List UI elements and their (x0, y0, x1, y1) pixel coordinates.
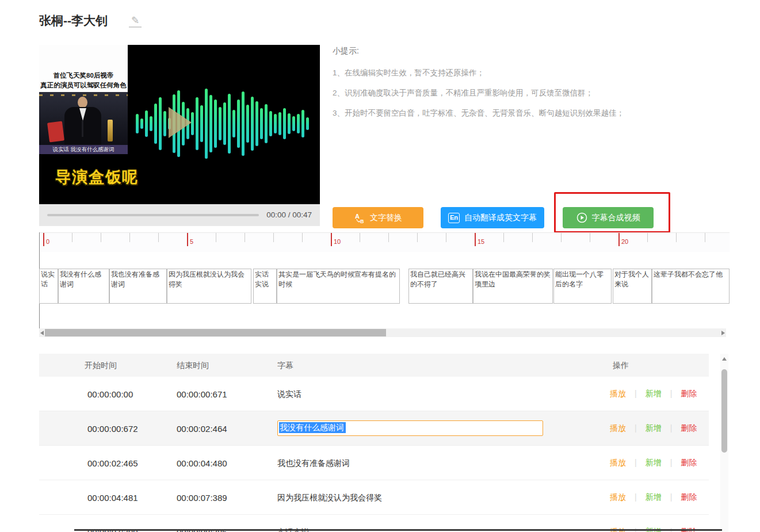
vertical-scrollbar[interactable] (720, 354, 728, 532)
svg-text:A: A (355, 213, 360, 220)
award-trophy (108, 120, 113, 141)
en-icon: En (448, 213, 460, 223)
thumbnail-headline-line2: 真正的演员可以驾驭任何角色 (39, 81, 128, 90)
actor-figure (78, 97, 87, 108)
edit-title-pencil-icon[interactable]: ✎ (129, 16, 142, 28)
waveform-bar (237, 99, 240, 148)
waveform-bar (278, 112, 281, 135)
waveform-bar (150, 116, 152, 131)
table-header: 开始时间 结束时间 字幕 操作 (39, 354, 709, 377)
horizontal-scrollbar[interactable] (39, 328, 726, 337)
delete-link[interactable]: 删除 (681, 492, 697, 503)
waveform-bar (292, 116, 295, 131)
horizontal-scrollbar-thumb[interactable] (45, 329, 386, 336)
play-link[interactable]: 播放 (610, 423, 626, 434)
waveform-bar (214, 99, 217, 148)
add-link[interactable]: 新增 (646, 492, 662, 503)
subtitle-segment[interactable]: 说实话 (39, 269, 58, 304)
row-operations: 播放|新增|删除 (610, 458, 697, 468)
video-thumbnail: 首位飞天奖80后视帝 真正的演员可以驾驭任何角色 说实话 我没有什么感谢词 (39, 45, 128, 154)
ruler-tick-label: 5 (190, 238, 193, 245)
op-separator: | (635, 458, 637, 468)
scroll-up-arrow-icon[interactable] (722, 357, 727, 361)
video-subtitle-overlay: 说实话 我没有什么感谢词 (39, 145, 128, 154)
synthesize-video-button[interactable]: 字幕合成视频 (563, 207, 654, 228)
cell-start-time: 00:00:02:465 (87, 458, 138, 468)
subtitle-segment[interactable]: 能出现一个八零后的名字 (553, 269, 612, 304)
ruler-major-tick (331, 233, 332, 246)
table-body: 00:00:00:0000:00:00:671说实话播放|新增|删除00:00:… (39, 377, 709, 532)
text-replace-label: 文字替换 (370, 213, 402, 223)
subtitle-segment[interactable]: 我没有什么感谢词 (58, 269, 109, 304)
microphone (82, 121, 83, 137)
header-start-time: 开始时间 (85, 361, 117, 371)
cell-start-time: 00:00:04:481 (87, 493, 138, 503)
waveform-bar (154, 104, 157, 144)
play-button[interactable] (169, 107, 192, 138)
waveform-bar (306, 117, 309, 130)
ruler-minor-tick (129, 233, 130, 242)
add-link[interactable]: 新增 (646, 389, 662, 399)
play-link[interactable]: 播放 (610, 492, 626, 503)
vertical-scrollbar-thumb[interactable] (721, 369, 727, 453)
scroll-right-arrow-icon[interactable] (721, 331, 725, 335)
thumbnail-photo (39, 92, 128, 145)
op-separator: | (670, 458, 673, 468)
subtitle-segment[interactable]: 因为我压根就没认为我会得奖 (167, 269, 251, 304)
ruler-major-tick (187, 233, 188, 246)
subtitle-segment[interactable]: 我也没有准备感谢词 (109, 269, 167, 304)
subtitle-segment[interactable]: 实话实说 (253, 269, 277, 304)
translate-english-button[interactable]: En 自动翻译成英文字幕 (441, 207, 544, 228)
cell-subtitle-text: 我也没有准备感谢词 (277, 458, 350, 469)
seek-bar[interactable] (47, 214, 259, 216)
waveform-bar (205, 89, 208, 159)
player-progress-strip: 00:00 / 00:47 (39, 204, 320, 226)
video-caption-text: 导演盒饭呢 (55, 167, 139, 187)
delete-link[interactable]: 删除 (681, 458, 697, 468)
add-link[interactable]: 新增 (646, 423, 662, 434)
waveform-bar (255, 101, 258, 146)
play-link[interactable]: 播放 (610, 458, 626, 468)
cell-subtitle-text: 说实话 (277, 389, 301, 400)
cell-start-time: 00:00:00:672 (87, 424, 138, 434)
timeline-ruler[interactable]: 05101520 (39, 232, 730, 252)
video-area[interactable]: 首位飞天奖80后视帝 真正的演员可以驾驭任何角色 说实话 我没有什么感谢词 导演… (39, 45, 320, 204)
audio-waveform (132, 46, 318, 201)
waveform-bar (232, 110, 235, 137)
op-separator: | (635, 423, 637, 434)
delete-link[interactable]: 删除 (681, 423, 697, 434)
ruler-minor-tick (647, 233, 648, 242)
text-replace-button[interactable]: A B 文字替换 (333, 207, 423, 228)
subtitle-segment[interactable]: 对于我个人来说 (613, 269, 652, 304)
row-operations: 播放|新增|删除 (610, 492, 697, 503)
waveform-bar (274, 114, 277, 133)
cell-subtitle-text: 因为我压根就没认为我会得奖 (277, 493, 382, 503)
subtitle-segment[interactable]: 其实是一届飞天鸟的时候宣布有提名的时候 (277, 269, 400, 304)
delete-link[interactable]: 删除 (681, 389, 697, 399)
ruler-minor-tick (216, 233, 216, 242)
ruler-minor-tick (417, 233, 418, 242)
waveform-bar (246, 105, 249, 143)
subtitle-edit-input[interactable]: 我没有什么感谢词 (277, 420, 543, 436)
ruler-minor-tick (388, 233, 389, 242)
waveform-bar (283, 108, 286, 139)
header-end-time: 结束时间 (177, 361, 209, 371)
subtitle-segment[interactable]: 这辈子我都不会忘了他 (652, 269, 730, 304)
waveform-bar (145, 110, 148, 137)
subtitle-segment[interactable]: 我说在中国最高荣誉的奖项里边 (473, 269, 553, 304)
waveform-bar (140, 118, 143, 129)
red-envelope (47, 121, 64, 143)
waveform-bar (242, 91, 245, 156)
add-link[interactable]: 新增 (646, 458, 662, 468)
waveform-bar (196, 97, 198, 150)
cell-start-time: 00:00:00:00 (87, 389, 133, 399)
tips-title: 小提示: (333, 46, 689, 56)
subtitle-editor-page: 张桐--李大钊 ✎ 首位飞天奖80后视帝 真正的演员可以驾驭任何角色 说实话 (0, 0, 760, 532)
ruler-minor-tick (446, 233, 446, 242)
play-link[interactable]: 播放 (610, 389, 626, 399)
scroll-left-arrow-icon[interactable] (40, 331, 44, 335)
subtitle-segment[interactable]: 我自己就已经高兴的不得了 (408, 269, 473, 304)
waveform-bar (219, 107, 221, 140)
waveform-bar (200, 105, 203, 142)
svg-text:B: B (360, 219, 364, 224)
